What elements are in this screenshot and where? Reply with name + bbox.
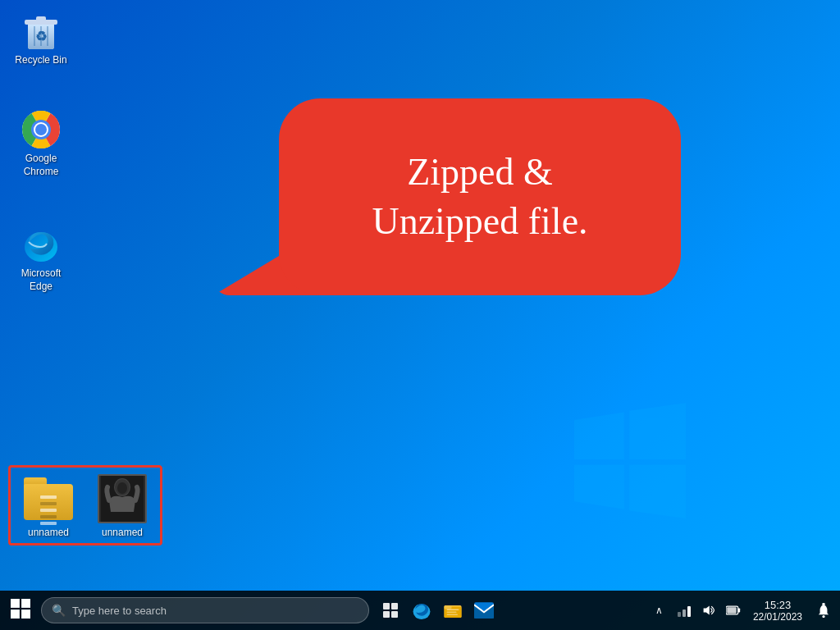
bubble-text: Zipped & Unzipped file. [355, 131, 604, 262]
svg-point-11 [35, 124, 47, 135]
taskbar-edge-button[interactable] [407, 591, 436, 630]
system-tray: ∧ 15:23 [645, 591, 840, 630]
svg-rect-21 [383, 603, 390, 609]
svg-rect-31 [447, 614, 459, 616]
edge-icon[interactable]: Microsoft Edge [8, 221, 74, 296]
files-box: unnamed [8, 465, 162, 546]
svg-rect-23 [383, 611, 390, 618]
svg-rect-20 [21, 609, 30, 619]
recycle-bin-image: ♻ [21, 11, 61, 51]
svg-rect-33 [678, 612, 681, 617]
svg-rect-35 [687, 606, 691, 617]
windows-start-icon [11, 599, 30, 622]
edge-label: Microsoft Edge [11, 267, 71, 293]
svg-rect-29 [447, 609, 459, 611]
edge-image [21, 225, 61, 264]
zip-file-label: unnamed [28, 527, 69, 538]
search-placeholder-text: Type here to search [72, 605, 167, 617]
image-file-label: unnamed [102, 527, 143, 538]
start-button[interactable] [0, 591, 41, 630]
svg-rect-3 [36, 16, 46, 21]
recycle-bin-icon[interactable]: ♻ Recycle Bin [8, 8, 74, 71]
zip-file-item[interactable]: unnamed [16, 472, 81, 538]
desktop: ♻ Recycle Bin [0, 0, 840, 591]
taskbar-explorer-button[interactable] [438, 591, 468, 630]
chrome-label: Google Chrome [11, 153, 71, 178]
tray-battery-icon[interactable] [722, 591, 745, 630]
clock-time: 15:23 [765, 599, 792, 611]
search-bar[interactable]: 🔍 Type here to search [41, 597, 369, 623]
tray-volume-icon[interactable] [697, 591, 720, 630]
tray-network-icon[interactable] [673, 591, 696, 630]
svg-rect-22 [391, 603, 398, 609]
bubble-line2: Unzipped file. [372, 200, 587, 242]
chrome-icon[interactable]: Google Chrome [8, 107, 74, 181]
search-icon: 🔍 [52, 604, 66, 617]
svg-rect-34 [682, 609, 686, 617]
svg-rect-28 [445, 605, 452, 609]
svg-rect-30 [447, 612, 457, 614]
svg-rect-17 [11, 599, 20, 608]
bubble-line1: Zipped & [407, 151, 553, 193]
svg-rect-37 [738, 609, 740, 613]
taskbar-mail-button[interactable] [469, 591, 499, 630]
bubble-body: Zipped & Unzipped file. [279, 98, 681, 295]
svg-rect-18 [21, 599, 30, 608]
notification-button[interactable] [810, 591, 837, 630]
task-view-button[interactable] [376, 591, 405, 630]
svg-rect-24 [391, 611, 398, 618]
recycle-bin-label: Recycle Bin [15, 54, 66, 67]
chrome-image [21, 110, 61, 149]
svg-rect-38 [727, 607, 736, 613]
svg-rect-40 [822, 603, 825, 605]
clock-area[interactable]: 15:23 22/01/2023 [746, 591, 809, 630]
windows-logo-watermark [545, 394, 709, 525]
svg-point-39 [822, 615, 824, 618]
speech-bubble: Zipped & Unzipped file. [213, 98, 689, 328]
svg-point-16 [117, 482, 127, 494]
tray-overflow-button[interactable]: ∧ [648, 591, 671, 630]
svg-rect-19 [11, 609, 20, 619]
clock-date: 22/01/2023 [753, 611, 802, 623]
taskbar: 🔍 Type here to search [0, 591, 840, 630]
zip-file-icon [22, 472, 75, 525]
image-file-item[interactable]: unnamed [89, 472, 155, 538]
taskbar-center-icons [369, 591, 499, 630]
image-file-icon [96, 472, 148, 525]
